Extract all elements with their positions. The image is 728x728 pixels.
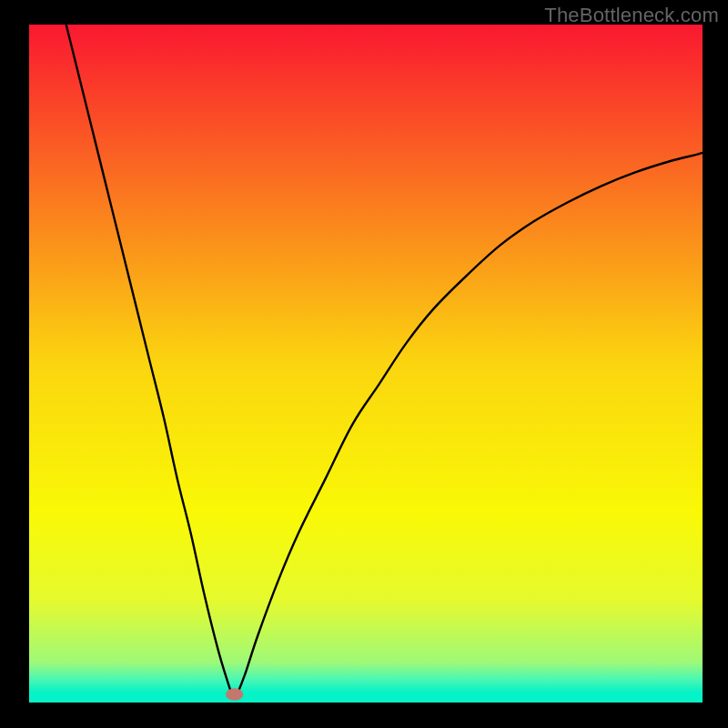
plot-area — [29, 25, 703, 703]
watermark-label: TheBottleneck.com — [544, 4, 719, 27]
optimum-marker — [226, 688, 243, 700]
chart-container: TheBottleneck.com — [0, 0, 728, 728]
chart-svg — [29, 25, 703, 703]
gradient-background — [29, 25, 703, 703]
optimum-dot — [226, 688, 243, 700]
